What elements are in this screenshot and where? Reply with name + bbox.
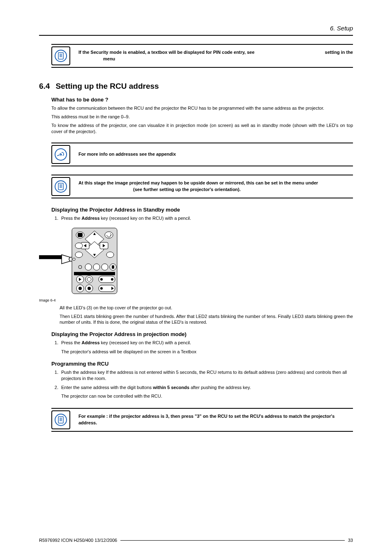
- callout-example: For example : if the projector address i…: [39, 408, 353, 432]
- svg-point-42: [88, 287, 91, 290]
- svg-point-21: [75, 243, 83, 249]
- section-title: 6.4Setting up the RCU address: [39, 82, 353, 91]
- callout-text-a: If the Security mode is enabled, a textb…: [78, 49, 254, 56]
- callout-text: At this stage the image projected may ha…: [78, 180, 353, 193]
- what-p3: To know the address of the projector, on…: [51, 122, 353, 135]
- disp-proj-step1-sub: The projector's address will be displaye…: [61, 349, 353, 355]
- callout3-b: (see further setting up the projector's …: [133, 187, 241, 192]
- svg-rect-31: [74, 272, 115, 275]
- note-icon: [51, 410, 70, 429]
- callout-security-pin: If the Security mode is enabled, a textb…: [39, 44, 353, 68]
- svg-point-12: [105, 232, 113, 238]
- svg-point-22: [75, 252, 83, 258]
- heading-disp-standby: Displaying the Projector Address in Stan…: [51, 207, 353, 213]
- disp-standby-step1: Press the Address key (recessed key on t…: [60, 215, 353, 221]
- callout-bottom-rule: [51, 431, 353, 432]
- running-header: 6. Setup: [39, 25, 353, 32]
- figure-remote: [39, 226, 353, 297]
- callout-bottom-rule: [51, 67, 353, 68]
- callout-text: If the Security mode is enabled, a textb…: [78, 49, 353, 62]
- what-p2: This address must be in the range 0–9.: [51, 114, 353, 120]
- svg-rect-11: [78, 233, 83, 237]
- heading-what: What has to be done ?: [51, 97, 353, 103]
- svg-point-28: [101, 264, 108, 270]
- disp-proj-steps: Press the Address key (recessed key on t…: [60, 340, 353, 355]
- svg-point-26: [85, 264, 92, 270]
- svg-point-37: [100, 278, 103, 281]
- t: Press the: [61, 340, 82, 345]
- svg-rect-4: [58, 183, 63, 190]
- t: after pushing the address key.: [189, 385, 251, 390]
- figure-caption: Image 6-4: [39, 298, 353, 302]
- heading-disp-proj: Displaying the Projector Address in proj…: [51, 331, 353, 337]
- t-bold: within 5 seconds: [153, 385, 189, 390]
- callout-text: For more info on addresses see the appen…: [78, 151, 353, 158]
- callout-text-b: setting in the: [325, 49, 353, 56]
- heading-prog: Programming the RCU: [51, 361, 353, 367]
- svg-point-38: [111, 278, 113, 281]
- svg-point-34: [85, 276, 93, 283]
- callout-orientation: At this stage the image projected may ha…: [39, 175, 353, 198]
- svg-point-44: [100, 287, 103, 290]
- disp-standby-steps: Press the Address key (recessed key on t…: [60, 215, 353, 221]
- prog-step2: Enter the same address with the digit bu…: [60, 385, 353, 400]
- svg-point-23: [106, 252, 114, 258]
- t: Enter the same address with the digit bu…: [61, 385, 153, 390]
- note-icon: [51, 177, 70, 196]
- prog-steps: Push the address key If the address is n…: [60, 369, 353, 400]
- page-footer: R5976992 ICON H250/400 13/12/2006 33: [39, 538, 353, 543]
- what-p1: To allow the communication between the R…: [51, 105, 353, 111]
- footer-page-number: 33: [348, 538, 353, 543]
- svg-point-40: [78, 287, 82, 290]
- callout-bottom-rule: [51, 198, 353, 198]
- svg-rect-46: [58, 417, 63, 423]
- prog-step1: Push the address key If the address is n…: [60, 369, 353, 382]
- footer-left: R5976992 ICON H250/400 13/12/2006: [39, 538, 117, 543]
- t-bold: Address: [82, 216, 100, 221]
- callout-text: For example : if the projector address i…: [78, 413, 353, 426]
- svg-point-27: [93, 264, 100, 270]
- prog-step2-sub: The projector can now be controlled with…: [61, 393, 353, 399]
- note-icon: [51, 46, 70, 65]
- t: key (recessed key on the RCU) with a pen…: [100, 216, 191, 221]
- disp-proj-step1: Press the Address key (recessed key on t…: [60, 340, 353, 355]
- svg-point-24: [73, 258, 75, 260]
- svg-rect-30: [112, 265, 114, 269]
- pointer-icon: [51, 145, 70, 164]
- t: Press the: [61, 216, 82, 221]
- svg-rect-0: [58, 53, 63, 59]
- footer-rule: [120, 540, 345, 541]
- t: key (recessed key on the RCU) with a pen…: [100, 340, 191, 345]
- callout3-a: At this stage the image projected may ha…: [78, 180, 318, 185]
- section-title-text: Setting up the RCU address: [55, 82, 159, 90]
- disp-standby-after2: Then LED1 starts blinking green the numb…: [60, 313, 353, 326]
- callout-text-c: menu: [103, 56, 115, 61]
- header-rule: [39, 35, 353, 36]
- callout-appendix: For more info on addresses see the appen…: [39, 143, 353, 166]
- section-number: 6.4: [39, 82, 50, 90]
- disp-standby-after1: All the LED's (3) on the top cover of th…: [60, 305, 353, 311]
- callout-bottom-rule: [51, 166, 353, 166]
- t-bold: Address: [82, 340, 100, 345]
- remote-illustration: [39, 226, 121, 296]
